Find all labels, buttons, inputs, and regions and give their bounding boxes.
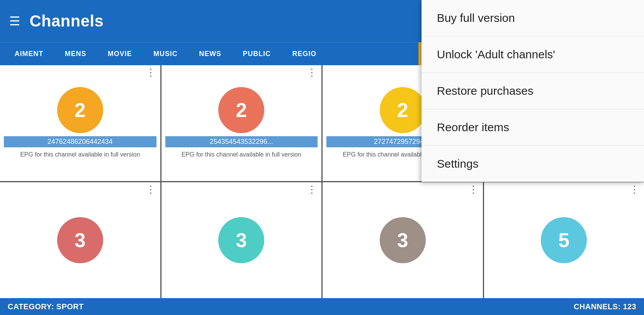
channel-epg: EPG for this channel available in full v… [181, 150, 301, 159]
tab-mens[interactable]: MENS [54, 43, 97, 65]
channel-circle: 5 [541, 217, 587, 263]
more-options-icon[interactable]: ⋮ [468, 187, 478, 193]
channel-circle: 3 [380, 217, 426, 263]
channel-epg: EPG for this channel available in full v… [20, 150, 140, 159]
channel-circle: 2 [57, 87, 103, 133]
channel-circle: 2 [380, 87, 426, 133]
more-options-icon[interactable]: ⋮ [629, 187, 639, 193]
channel-circle: 3 [218, 217, 264, 263]
hamburger-icon[interactable]: ☰ [9, 15, 20, 27]
dropdown-menu: Buy full version Unlock 'Adult channels'… [422, 0, 644, 182]
menu-settings[interactable]: Settings [422, 146, 644, 182]
tab-aiment[interactable]: AIMENT [4, 43, 54, 65]
menu-unlock-adult-channels[interactable]: Unlock 'Adult channels' [422, 36, 644, 73]
tab-public[interactable]: PUBLIC [232, 43, 282, 65]
channel-card[interactable]: ⋮ 5 [484, 182, 644, 298]
more-options-icon[interactable]: ⋮ [146, 187, 155, 193]
tab-news[interactable]: NEWS [188, 43, 232, 65]
menu-reorder-items[interactable]: Reorder items [422, 109, 644, 146]
channel-card[interactable]: ⋮ 2 24762486206442434 EPG for this chann… [0, 65, 160, 181]
status-bar: CATEGORY: SPORT CHANNELS: 123 [0, 298, 644, 315]
menu-buy-full-version[interactable]: Buy full version [422, 0, 644, 36]
menu-restore-purchases[interactable]: Restore purchases [422, 73, 644, 109]
channel-card[interactable]: ⋮ 3 [323, 182, 483, 298]
channel-id: 254354543532296... [165, 136, 318, 147]
channel-card[interactable]: ⋮ 2 254354543532296... EPG for this chan… [161, 65, 322, 181]
page-title: Channels [30, 12, 104, 30]
channel-circle: 2 [218, 87, 264, 133]
tab-movie[interactable]: MOVIE [97, 43, 143, 65]
channel-circle: 3 [57, 217, 103, 263]
channel-id: 24762486206442434 [4, 136, 156, 147]
channels-count-label: CHANNELS: 123 [574, 302, 636, 311]
more-options-icon[interactable]: ⋮ [307, 70, 316, 76]
channel-card[interactable]: ⋮ 3 [161, 182, 322, 298]
scroll-indicator [418, 42, 422, 65]
more-options-icon[interactable]: ⋮ [307, 187, 316, 193]
channel-card[interactable]: ⋮ 3 [0, 182, 160, 298]
category-label: CATEGORY: SPORT [8, 302, 84, 311]
more-options-icon[interactable]: ⋮ [146, 70, 155, 76]
tab-music[interactable]: MUSIC [143, 43, 188, 65]
tab-regio[interactable]: REGIO [282, 43, 327, 65]
